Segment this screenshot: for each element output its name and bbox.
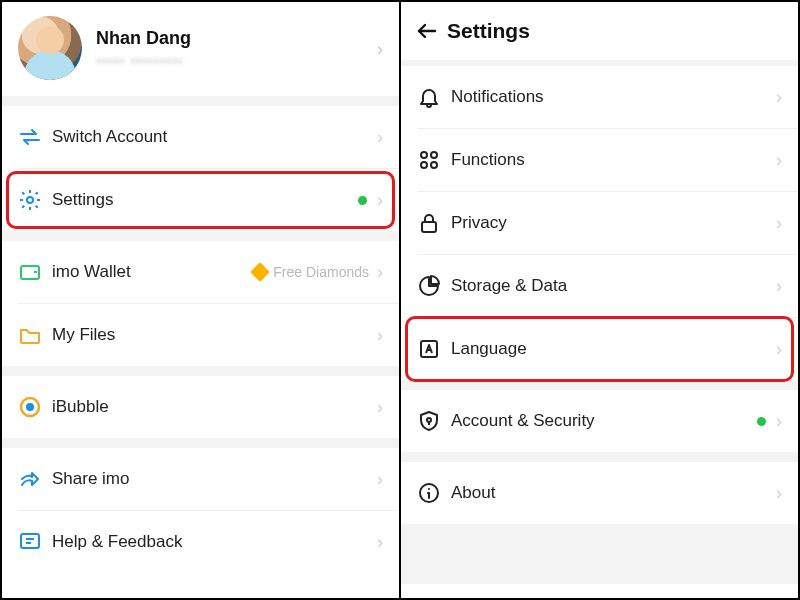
chevron-right-icon: › — [776, 411, 782, 432]
wallet-row[interactable]: imo Wallet Free Diamonds › — [2, 241, 399, 303]
section-divider — [401, 380, 798, 390]
chevron-right-icon: › — [377, 397, 383, 418]
svg-point-5 — [421, 152, 427, 158]
chevron-right-icon: › — [377, 532, 383, 553]
chevron-right-icon: › — [377, 262, 383, 283]
settings-header: Settings — [401, 2, 798, 60]
ibubble-label: iBubble — [52, 397, 377, 417]
bell-icon — [417, 85, 451, 109]
language-row[interactable]: Language › — [401, 318, 798, 380]
chevron-right-icon: › — [776, 339, 782, 360]
svg-rect-9 — [422, 222, 436, 232]
status-dot — [358, 196, 367, 205]
status-dot — [757, 417, 766, 426]
about-row[interactable]: About › — [401, 462, 798, 524]
svg-point-7 — [421, 162, 427, 168]
settings-row[interactable]: Settings › — [2, 169, 399, 231]
functions-row[interactable]: Functions › — [401, 129, 798, 191]
wallet-aux-text: Free Diamonds — [273, 264, 369, 280]
my-files-row[interactable]: My Files › — [2, 304, 399, 366]
grid-icon — [417, 148, 451, 172]
section-divider — [401, 452, 798, 462]
share-label: Share imo — [52, 469, 377, 489]
ibubble-row[interactable]: iBubble › — [2, 376, 399, 438]
chevron-right-icon: › — [776, 276, 782, 297]
svg-point-8 — [431, 162, 437, 168]
settings-highlight: Settings › — [2, 169, 399, 231]
settings-title: Settings — [447, 19, 530, 43]
chevron-right-icon: › — [776, 213, 782, 234]
account-security-label: Account & Security — [451, 411, 757, 431]
profile-subtitle: ••••• ••••••••• — [96, 53, 191, 69]
language-highlight: Language › — [401, 318, 798, 380]
wallet-icon — [18, 260, 52, 284]
language-icon — [417, 337, 451, 361]
help-row[interactable]: Help & Feedback › — [2, 511, 399, 573]
account-security-row[interactable]: Account & Security › — [401, 390, 798, 452]
swap-icon — [18, 125, 52, 149]
about-label: About — [451, 483, 776, 503]
back-button[interactable] — [415, 19, 447, 43]
info-icon — [417, 481, 451, 505]
folder-icon — [18, 323, 52, 347]
privacy-row[interactable]: Privacy › — [401, 192, 798, 254]
chevron-right-icon: › — [776, 483, 782, 504]
storage-row[interactable]: Storage & Data › — [401, 255, 798, 317]
my-files-label: My Files — [52, 325, 377, 345]
notifications-row[interactable]: Notifications › — [401, 66, 798, 128]
profile-text: Nhan Dang ••••• ••••••••• — [96, 28, 191, 69]
share-row[interactable]: Share imo › — [2, 448, 399, 510]
feedback-icon — [18, 530, 52, 554]
diamond-icon — [250, 262, 270, 282]
arrow-left-icon — [415, 19, 439, 43]
svg-point-0 — [27, 197, 33, 203]
chevron-right-icon: › — [776, 150, 782, 171]
wallet-label: imo Wallet — [52, 262, 253, 282]
svg-rect-4 — [21, 534, 39, 548]
section-divider — [2, 96, 399, 106]
chevron-right-icon: › — [377, 190, 383, 211]
section-divider — [2, 366, 399, 376]
switch-account-label: Switch Account — [52, 127, 377, 147]
section-divider — [2, 438, 399, 448]
settings-panel: Settings Notifications › Functions › Pri… — [401, 2, 798, 598]
wallet-aux: Free Diamonds — [253, 264, 369, 280]
settings-label: Settings — [52, 190, 358, 210]
chevron-right-icon: › — [776, 87, 782, 108]
account-panel: Nhan Dang ••••• ••••••••• › Switch Accou… — [2, 2, 401, 598]
functions-label: Functions — [451, 150, 776, 170]
help-label: Help & Feedback — [52, 532, 377, 552]
gear-icon — [18, 188, 52, 212]
pie-chart-icon — [417, 274, 451, 298]
chevron-right-icon: › — [377, 39, 383, 60]
storage-label: Storage & Data — [451, 276, 776, 296]
chevron-right-icon: › — [377, 469, 383, 490]
language-label: Language — [451, 339, 776, 359]
profile-name: Nhan Dang — [96, 28, 191, 49]
share-icon — [18, 467, 52, 491]
svg-point-11 — [427, 418, 431, 422]
section-divider — [2, 231, 399, 241]
svg-point-3 — [26, 403, 34, 411]
shield-icon — [417, 409, 451, 433]
lock-icon — [417, 211, 451, 235]
privacy-label: Privacy — [451, 213, 776, 233]
profile-row[interactable]: Nhan Dang ••••• ••••••••• › — [2, 2, 399, 96]
switch-account-row[interactable]: Switch Account › — [2, 106, 399, 168]
chevron-right-icon: › — [377, 127, 383, 148]
svg-point-6 — [431, 152, 437, 158]
notifications-label: Notifications — [451, 87, 776, 107]
avatar[interactable] — [18, 16, 82, 80]
chevron-right-icon: › — [377, 325, 383, 346]
empty-space — [401, 524, 798, 584]
ibubble-icon — [18, 395, 52, 419]
